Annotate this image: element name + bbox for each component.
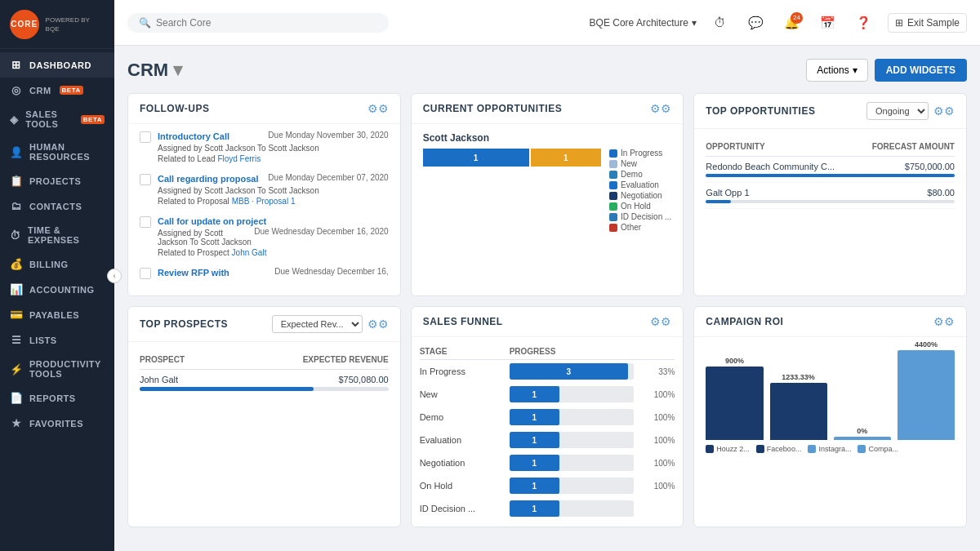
page-title: CRM ▾ [127,60,182,81]
followup-related-link[interactable]: MBB · Proposal 1 [232,197,296,206]
workspace-selector[interactable]: BQE Core Architecture ▾ [590,17,697,29]
followup-title-link[interactable]: Introductory Call [158,131,229,141]
followups-title: Follow-Ups [140,103,209,114]
campaign-legend: Houzz 2... Faceboo... Instagra... C [701,440,960,453]
sidebar-item-lists[interactable]: ☰ LISTS [0,327,114,353]
followup-related-link[interactable]: John Galt [232,248,267,257]
exit-sample-button[interactable]: ⊞ Exit Sample [888,13,967,33]
sidebar-item-payables[interactable]: 💳 PAYABLES [0,302,114,327]
opp-amount: $750,000.00 [905,162,955,171]
bar-rect [898,350,955,440]
followups-settings-icon[interactable]: ⚙⚙ [368,102,389,115]
opp-bar-inprogress: 1 [423,149,529,167]
sidebar-item-projects[interactable]: 📋 PROJECTS [0,168,114,193]
sidebar-item-label: BILLING [29,260,69,269]
legend-label: Houzz 2... [716,445,750,453]
followup-related-link[interactable]: Floyd Ferris [217,154,261,163]
search-input[interactable] [156,17,319,29]
timer-button[interactable]: ⏱ [708,11,733,35]
calendar-button[interactable]: 📅 [816,11,840,35]
title-chevron-icon[interactable]: ▾ [173,60,182,81]
sidebar-item-favorites[interactable]: ★ FAVORITES [0,411,114,436]
top-prospects-widget: Top Prospects Expected Rev... ⚙⚙ PROSPEC… [127,306,401,527]
bar-value-label: 900% [725,357,744,365]
opp-table-row: Galt Opp 1 $80.00 [706,183,955,209]
bar-rect [706,367,763,440]
opp-row-data: Galt Opp 1 $80.00 [706,188,955,198]
followup-title-link[interactable]: Call regarding proposal [158,174,258,184]
sidebar-item-reports[interactable]: 📄 REPORTS [0,385,114,411]
sidebar-item-productivity[interactable]: ⚡ PRODUCTIVITY TOOLS [0,353,114,385]
followups-widget: Follow-Ups ⚙⚙ Introductory Call Due Mond… [127,93,401,296]
sidebar-item-label: TIME & EXPENSES [28,225,105,245]
followup-title-link[interactable]: Call for update on project [158,216,266,226]
legend-dot [609,213,617,221]
followup-checkbox[interactable] [140,131,151,143]
actions-button[interactable]: Actions ▾ [806,59,867,82]
current-opp-settings-icon[interactable]: ⚙⚙ [650,102,671,115]
funnel-col-progress: PROGRESS [510,347,635,356]
legend-onhold: On Hold [609,202,671,211]
top-prospects-controls: Expected Rev... ⚙⚙ [272,315,389,333]
followup-checkbox[interactable] [140,216,151,228]
sidebar-item-billing[interactable]: 💰 BILLING [0,251,114,277]
legend-dot [609,202,617,211]
sidebar-collapse-button[interactable]: ‹ [107,269,122,283]
chat-button[interactable]: 💬 [744,11,768,35]
top-opp-table-header: OPPORTUNITY FORECAST AMOUNT [706,137,955,157]
search-box[interactable]: 🔍 [127,13,389,33]
sidebar-item-label: PRODUCTIVITY TOOLS [29,359,105,379]
top-prospects-settings-icon[interactable]: ⚙⚙ [368,318,389,331]
funnel-stage: Demo [420,412,510,422]
opp-col-amount: FORECAST AMOUNT [872,142,955,151]
legend-dot [858,445,866,453]
help-button[interactable]: ❓ [852,11,876,35]
funnel-pct: 100% [634,436,675,445]
funnel-stage: In Progress [420,367,510,376]
legend-instagram: Instagra... [808,445,851,453]
actions-label: Actions [817,64,849,76]
followup-title-link[interactable]: Review RFP with [158,268,229,278]
opp-legend: In Progress New Demo [609,149,671,232]
campaign-roi-settings-icon[interactable]: ⚙⚙ [933,315,955,328]
main-area: 🔍 BQE Core Architecture ▾ ⏱ 💬 🔔 24 📅 ❓ ⊞… [114,0,980,551]
lists-icon: ☰ [10,334,23,346]
sidebar-item-accounting[interactable]: 📊 ACCOUNTING [0,277,114,302]
legend-dot [609,171,617,179]
top-opp-settings-icon[interactable]: ⚙⚙ [933,104,955,118]
legend-inprogress: In Progress [609,149,671,158]
widget-grid: Follow-Ups ⚙⚙ Introductory Call Due Mond… [127,93,967,296]
top-prospects-filter[interactable]: Expected Rev... [272,315,363,333]
funnel-fill: 1 [510,432,559,448]
funnel-fill: 1 [510,409,559,425]
sales-funnel-settings-icon[interactable]: ⚙⚙ [650,315,671,328]
sidebar-item-crm[interactable]: ◎ CRM BETA [0,78,114,103]
top-opp-title: Top Opportunities [706,105,815,117]
legend-dot [609,149,617,158]
bar-instagram: 0% [834,427,891,440]
sidebar-item-sales-tools[interactable]: ◈ SALES TOOLS BETA [0,103,114,136]
sales-badge: BETA [81,115,105,124]
followup-content: Call regarding proposal Due Monday Decem… [158,173,389,206]
followup-checkbox[interactable] [140,268,151,279]
title-text: CRM [127,60,168,81]
bar-value-label: 0% [857,427,867,435]
sales-funnel-header: Sales Funnel ⚙⚙ [412,307,684,337]
funnel-track: 3 [510,363,635,380]
sidebar-item-label: DASHBOARD [29,60,91,70]
prospect-table-row: John Galt $750,080.00 [140,370,389,396]
add-widgets-button[interactable]: ADD WIDGETS [875,59,967,82]
funnel-row: Demo 1 100% [420,406,675,429]
sidebar-item-human-resources[interactable]: 👤 HUMAN RESOURCES [0,136,114,168]
followup-checkbox[interactable] [140,174,151,185]
sidebar-item-time-expenses[interactable]: ⏱ TIME & EXPENSES [0,219,114,251]
sidebar-item-label: LISTS [29,335,57,345]
sidebar-item-dashboard[interactable]: ⊞ DASHBOARD [0,52,114,78]
notifications-button[interactable]: 🔔 24 [780,11,804,35]
funnel-stage: ID Decision ... [420,504,510,513]
funnel-stage: Negotiation [420,458,510,468]
sidebar-item-contacts[interactable]: 🗂 CONTACTS [0,193,114,219]
top-opp-filter[interactable]: Ongoing All Won Lost [866,102,929,120]
topbar: 🔍 BQE Core Architecture ▾ ⏱ 💬 🔔 24 📅 ❓ ⊞… [114,0,980,46]
accounting-icon: 📊 [10,283,23,295]
